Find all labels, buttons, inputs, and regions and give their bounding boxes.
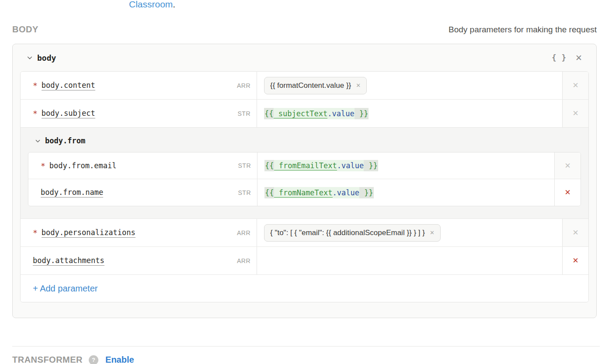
chip-remove-icon[interactable]: ✕: [430, 229, 435, 236]
section-divider: [12, 346, 600, 347]
param-name-from-email[interactable]: body.from.email: [49, 161, 117, 170]
param-row-personalizations: * body.personalizations ARR { "to": [ { …: [21, 219, 588, 247]
delete-param-icon: ✕: [572, 82, 578, 89]
type-badge: ARR: [237, 257, 250, 264]
value-chip[interactable]: {{ formatContent.value }} ✕: [264, 77, 367, 94]
value-input-from-name[interactable]: {{ fromNameText.value }}: [257, 179, 554, 206]
json-view-icon[interactable]: { }: [552, 53, 567, 62]
token-close-brace: }}: [355, 108, 369, 119]
token-reference: fromEmailText: [274, 161, 337, 170]
add-parameter-button[interactable]: + Add parameter: [33, 284, 97, 294]
value-input-from-email[interactable]: {{ fromEmailText.value }}: [257, 153, 554, 179]
value-input-personalizations[interactable]: { "to": [ { "email": {{ additionalScopeE…: [257, 219, 562, 246]
delete-param-icon: ✕: [572, 229, 578, 236]
type-badge: ARR: [237, 82, 250, 89]
token-open-brace: {{: [264, 187, 274, 198]
body-parameters-card: body { } ✕ * body.content ARR {{ formatC…: [12, 44, 597, 318]
token-property: .value: [333, 188, 359, 197]
nested-parameter-table: * body.from.email STR {{ fromEmailText.v…: [28, 152, 581, 206]
transformer-section-header: TRANSFORMER ? Enable: [12, 355, 134, 364]
delete-param-icon[interactable]: ✕: [564, 189, 570, 196]
body-card-header: body { } ✕: [13, 44, 596, 71]
param-row-attachments: body.attachments ARR ✕: [21, 247, 588, 275]
required-asterisk: *: [33, 81, 38, 90]
classroom-link[interactable]: Classroom: [129, 0, 173, 9]
chip-label: {{ formatContent.value }}: [270, 81, 351, 90]
required-asterisk: *: [33, 109, 38, 118]
add-parameter-row: + Add parameter: [21, 275, 588, 302]
value-chip[interactable]: { "to": [ { "email": {{ additionalScopeE…: [264, 224, 441, 242]
param-row-subject: * body.subject STR {{ subjectText.value …: [21, 100, 588, 128]
enable-transformer-button[interactable]: Enable: [105, 355, 134, 364]
type-badge: STR: [238, 189, 251, 196]
type-badge: STR: [238, 162, 251, 169]
transformer-title: TRANSFORMER: [12, 355, 83, 364]
parameter-table: * body.content ARR {{ formatContent.valu…: [20, 71, 589, 302]
required-asterisk: *: [33, 228, 38, 237]
type-badge: STR: [238, 110, 251, 117]
help-icon[interactable]: ?: [89, 355, 98, 364]
template-token[interactable]: {{ fromEmailText.value }}: [264, 160, 378, 171]
token-property: .value: [337, 161, 364, 170]
param-row-from-name: body.from.name STR {{ fromNameText.value…: [28, 179, 581, 206]
token-open-brace: {{: [264, 160, 274, 171]
chevron-down-icon[interactable]: [35, 138, 41, 144]
chip-remove-icon[interactable]: ✕: [356, 82, 361, 89]
body-card-title: body: [37, 53, 56, 62]
token-open-brace: {{: [264, 108, 274, 119]
param-row-content: * body.content ARR {{ formatContent.valu…: [21, 72, 588, 100]
value-input-body-subject[interactable]: {{ subjectText.value }}: [257, 100, 562, 127]
param-name-personalizations[interactable]: body.personalizations: [42, 228, 136, 238]
delete-param-icon[interactable]: ✕: [572, 257, 578, 264]
delete-param-icon: ✕: [564, 162, 570, 170]
param-name-body-subject[interactable]: body.subject: [42, 109, 95, 118]
template-token[interactable]: {{ fromNameText.value }}: [264, 187, 374, 198]
param-row-from-email: * body.from.email STR {{ fromEmailText.v…: [28, 153, 581, 179]
value-input-body-content[interactable]: {{ formatContent.value }} ✕: [257, 72, 562, 99]
param-name-body-content[interactable]: body.content: [42, 81, 95, 90]
page-title: BODY: [12, 24, 38, 35]
token-property: .value: [327, 109, 354, 118]
delete-param-icon: ✕: [572, 110, 578, 117]
type-badge: ARR: [237, 229, 250, 236]
param-name-attachments[interactable]: body.attachments: [33, 256, 104, 266]
section-description: Body parameters for making the request: [449, 25, 597, 35]
breadcrumb-link-classroom[interactable]: Classroom.: [129, 0, 175, 10]
body-section-header: BODY Body parameters for making the requ…: [12, 24, 597, 35]
remove-body-icon[interactable]: ✕: [575, 54, 582, 62]
chip-label: { "to": [ { "email": {{ additionalScopeE…: [270, 229, 425, 237]
required-asterisk: *: [41, 161, 45, 170]
group-title-body-from: body.from: [45, 136, 85, 145]
value-input-attachments[interactable]: [257, 247, 562, 274]
chevron-down-icon[interactable]: [27, 55, 33, 61]
param-group-body-from: body.from * body.from.email STR {{ fromE…: [21, 128, 588, 219]
token-reference: fromNameText: [274, 188, 332, 198]
param-name-from-name[interactable]: body.from.name: [41, 188, 103, 198]
template-token[interactable]: {{ subjectText.value }}: [264, 108, 369, 119]
sentence-period: .: [173, 0, 175, 9]
token-close-brace: }}: [364, 160, 378, 171]
token-close-brace: }}: [359, 187, 374, 198]
token-reference: subjectText: [274, 109, 327, 118]
